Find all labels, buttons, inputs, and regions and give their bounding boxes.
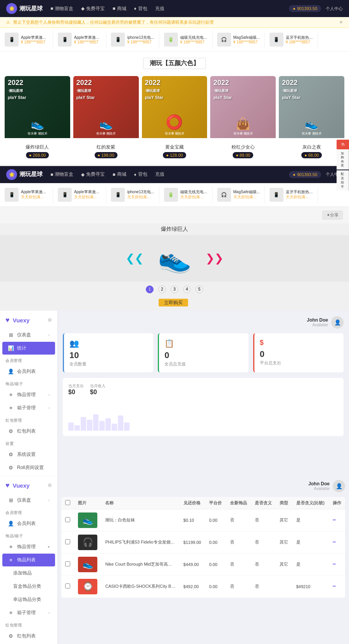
sidebar2-items-mgmt[interactable]: ≡ 饰品管理 ▾: [2, 540, 55, 553]
product2-name-2: iphone13充电...: [127, 189, 154, 194]
row0-new-cell: 否: [226, 509, 251, 531]
user-center-btn[interactable]: 个人中心: [326, 6, 343, 12]
select-all-checkbox[interactable]: [65, 500, 70, 505]
page-4[interactable]: 4: [183, 286, 191, 293]
sidebar-stats[interactable]: 📊 统计: [2, 342, 55, 355]
product-item-3[interactable]: 🔋 磁吸无线充电宝... ¥ 188****8857: [159, 31, 213, 48]
nav-free-treasure-2[interactable]: ◆ 免费寻宝: [81, 171, 105, 178]
sidebar-sys-settings[interactable]: ⚙ 系统设置: [2, 448, 55, 461]
row1-checkbox[interactable]: [65, 539, 70, 544]
buy-now-btn[interactable]: 立即购买: [159, 299, 188, 306]
box-arrow: ›: [48, 406, 50, 410]
sidebar2-items-list[interactable]: ≡ 饰品列表: [2, 554, 55, 566]
admin-sidebar-2: ♥ Vuexy ⚙ ⊞ 仪表盘 › 会员管理 👤 会员列表 饰品/箱子 ≡ 饰品…: [0, 476, 57, 644]
nav-backpack-2[interactable]: ♦ 背包: [134, 171, 147, 178]
nav-free-treasure[interactable]: ◆ 免费寻宝: [81, 5, 105, 12]
card-label-4: 灰白之夜: [279, 144, 344, 151]
row1-edit-btn[interactable]: ✏: [333, 540, 336, 544]
logo-text-2: 潮玩星球: [19, 171, 43, 178]
share-button[interactable]: ✦分享: [322, 211, 343, 220]
product2-item-2[interactable]: 📱 iphone13充电... 天天折扣满...: [106, 186, 159, 203]
row3-exchange-cell: $492.00: [180, 575, 205, 597]
nav-shop-2[interactable]: ■ 商城: [112, 171, 126, 178]
float-add-fav-btn[interactable]: 加购有奖: [337, 150, 349, 170]
sidebar2-dashboard[interactable]: ⊞ 仪表盘 ›: [2, 494, 55, 507]
stat-recharge-icon: 📋: [164, 339, 243, 348]
card-pink[interactable]: 2022·潮玩星球plaY Star 👜 有木事 潮技术 粉红少女心 ● 88.…: [210, 76, 276, 158]
product2-item-0[interactable]: 📱 Apple苹果激光充... 天天折扣满...: [0, 186, 53, 203]
product-item-2[interactable]: 📱 iphone13充电... ¥ 188****8857: [106, 31, 159, 48]
row1-name-cell: PHILIPS飞利浦S3 Fidelio专业发烧HiFi通耳挂合...: [101, 531, 179, 553]
sidebar2-redpacket[interactable]: ⚙ 红包列表: [2, 630, 55, 642]
next-arrow[interactable]: ❯❯: [206, 252, 223, 265]
sidebar-items-mgmt[interactable]: ≡ 饰品管理 ›: [2, 388, 55, 401]
card-gold[interactable]: 2022·潮玩星球plaY Star ⭕ 有木事 潮技术 黄金宝藏 ● 128.…: [142, 76, 207, 158]
detail-area: ✦分享 爆炸绿巨人 ❮❮ 👟 ❯❯ 1 2 3 4 5 立即购买: [0, 207, 349, 311]
product-price-4: ¥ 188****8857: [233, 40, 260, 44]
sidebar2-add-item[interactable]: 添加饰品: [2, 567, 55, 580]
sidebar2-members[interactable]: 👤 会员列表: [2, 517, 55, 530]
nav-shop[interactable]: ■ 商城: [112, 5, 126, 12]
card-red[interactable]: 2022·潮玩星球plaY Star 👟 有木事 潮技术 红的发紫 ● 198.…: [73, 76, 139, 158]
row2-checkbox[interactable]: [65, 561, 70, 566]
row2-edit-btn[interactable]: ✏: [333, 562, 336, 566]
card-green-giant[interactable]: 2022·潮玩星球plaY Star 👟 有木事 潮技术 爆炸绿巨人 ● 268…: [5, 76, 70, 158]
section-title: 潮玩【五颜六色】: [143, 58, 206, 69]
page-3[interactable]: 3: [171, 286, 178, 293]
product2-name-5: 蓝牙手机散热器...: [286, 189, 313, 194]
float-hot-btn[interactable]: 热: [337, 140, 349, 149]
sidebar-redpacket[interactable]: ⚙ 红包列表: [2, 425, 55, 438]
product-item-0[interactable]: 📱 Apple苹果激光充... ¥ 188****8857: [0, 31, 53, 48]
row3-checkbox[interactable]: [65, 583, 70, 589]
card-gray[interactable]: 2022·潮玩星球plaY Star 👟 有木事 潮技术 灰白之夜 ● 68.0…: [279, 76, 344, 158]
box2-arrow: ›: [48, 611, 50, 615]
product2-name-1: Apple苹果激光充...: [74, 189, 101, 194]
site-logo-2[interactable]: 🌟 潮玩星球: [6, 169, 43, 180]
site-logo[interactable]: 🌟 潮玩星球: [6, 3, 43, 14]
sidebar-dashboard[interactable]: ⊞ 仪表盘 ›: [2, 329, 55, 341]
product2-item-5[interactable]: 📱 蓝牙手机散热器... 天天折扣满...: [265, 186, 318, 203]
redpacket-label: 红包列表: [17, 428, 36, 435]
nav-blind-box-2[interactable]: ■ 潮物盲盒: [50, 171, 73, 178]
product2-price-1: 天天折扣满...: [74, 194, 101, 200]
sidebar-members[interactable]: 👤 会员列表: [2, 365, 55, 378]
product2-item-4[interactable]: 🎧 MagSafe磁吸... 天天折扣满...: [213, 186, 265, 203]
page-2[interactable]: 2: [158, 286, 166, 293]
product-item-4[interactable]: 🎧 MagSafe磁吸... ¥ 188****8857: [213, 31, 265, 48]
product-item-5[interactable]: 📱 蓝牙手机散热器... ¥ 188****8857: [265, 31, 318, 48]
nav-backpack[interactable]: ♦ 背包: [134, 5, 147, 12]
prev-arrow[interactable]: ❮❮: [126, 252, 143, 265]
page-1[interactable]: 1: [146, 286, 154, 293]
roll-icon: ⚙: [8, 465, 14, 471]
admin-avatar-2: 👤: [333, 480, 345, 492]
sidebar2-box-mgmt[interactable]: ≡ 箱子管理 ›: [2, 606, 55, 619]
nav-recharge[interactable]: 充值: [155, 5, 164, 12]
float-help-btn[interactable]: 配送助手: [337, 170, 349, 190]
product2-item-3[interactable]: 🔋 磁吸无线充电宝... 天天折扣满...: [159, 186, 213, 203]
nav-blind-box[interactable]: ■ 潮物盲盒: [50, 5, 73, 12]
sidebar2-blindbox-cat[interactable]: 盲盒饰品分类: [2, 580, 55, 593]
sidebar-roll-settings[interactable]: ⚙ Roll房间设置: [2, 461, 55, 474]
items-list-label: 饰品列表: [17, 557, 36, 563]
card-label-0: 爆炸绿巨人: [5, 144, 70, 151]
row0-edit-btn[interactable]: ✏: [333, 518, 336, 522]
sidebar-box-mgmt[interactable]: ≡ 箱子管理 ›: [2, 402, 55, 414]
product2-item-1[interactable]: 📱 Apple苹果激光充... 天天折扣满...: [53, 186, 106, 203]
row3-type-cell: [276, 575, 292, 597]
row0-checkbox[interactable]: [65, 517, 70, 522]
col-image: 图片: [74, 497, 101, 509]
sidebar-settings-icon[interactable]: ⚙: [48, 317, 52, 323]
nav-recharge-2[interactable]: 充值: [155, 171, 164, 178]
product-item-1[interactable]: 📱 Apple苹果激光充... ¥ 188****8857: [53, 31, 106, 48]
notice-close[interactable]: ✕: [339, 20, 343, 25]
row3-edit-btn[interactable]: ✏: [333, 584, 336, 589]
table-body: 👟 潮玩：白色短袜 $0.10 0.00 否 否 其它 是 ✏: [61, 509, 345, 597]
sidebar2-lucky-cat[interactable]: 幸运饰品分类: [2, 593, 55, 606]
table-row-0: 👟 潮玩：白色短袜 $0.10 0.00 否 否 其它 是 ✏: [61, 509, 345, 531]
stats-icon: 📊: [8, 345, 14, 351]
page-5[interactable]: 5: [195, 286, 203, 293]
expense-label: 当月支出: [68, 383, 84, 389]
product-price-0: ¥ 188****8857: [21, 40, 48, 44]
sidebar-settings-icon-2[interactable]: ⚙: [48, 483, 52, 488]
section-members: 会员管理: [0, 355, 57, 365]
